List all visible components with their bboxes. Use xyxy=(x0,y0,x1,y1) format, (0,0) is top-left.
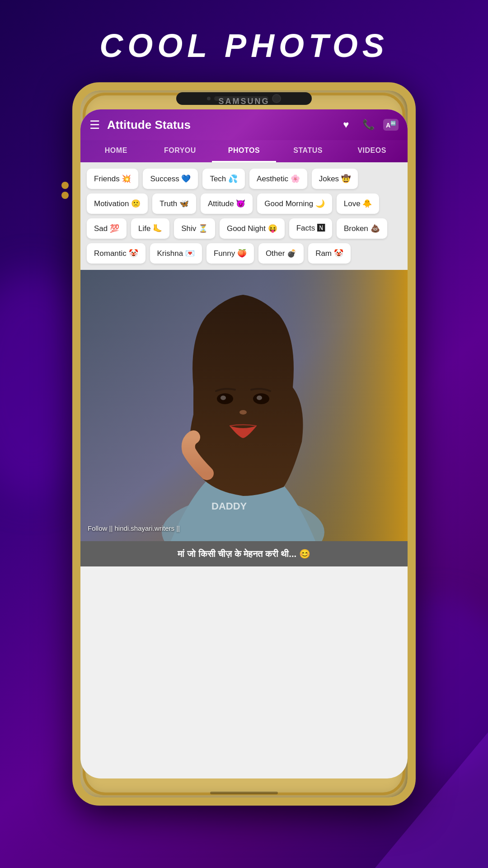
phone-home-indicator xyxy=(210,792,278,794)
photo-area: DADDY Follow || hindi.shayari.writers ||… xyxy=(80,270,408,566)
category-truth[interactable]: Truth 🦋 xyxy=(152,193,196,214)
phone-screen: ☰ Attitude Status ♥ 📞 A🔤 HOME FORYOU PHO… xyxy=(80,109,408,778)
phone-side-buttons xyxy=(61,182,69,199)
photo-caption: मां जो किसी चीज़ के मेहनत करी थी... 😊 xyxy=(80,541,408,566)
camera-dot-left xyxy=(207,97,211,100)
girl-portrait-svg: DADDY xyxy=(80,270,408,541)
tab-photos[interactable]: PHOTOS xyxy=(212,140,276,162)
category-krishna[interactable]: Krishna 💌 xyxy=(150,243,202,264)
side-button-2 xyxy=(61,192,69,199)
category-broken[interactable]: Broken 💩 xyxy=(337,218,387,239)
side-button-1 xyxy=(61,182,69,189)
svg-point-7 xyxy=(221,396,226,400)
category-shiv[interactable]: Shiv ⏳ xyxy=(174,218,215,239)
tab-status[interactable]: STATUS xyxy=(276,140,340,162)
caption-text: मां जो किसी चीज़ के मेहनत करी थी... 😊 xyxy=(178,549,310,559)
category-life[interactable]: Life 🦶 xyxy=(131,218,169,239)
page-title: COOL PHOTOS xyxy=(99,27,388,64)
category-attitude[interactable]: Attitude 😈 xyxy=(201,193,253,214)
svg-text:DADDY: DADDY xyxy=(211,500,247,512)
category-success[interactable]: Success 💙 xyxy=(143,169,198,189)
category-motivation[interactable]: Motivation 🙁 xyxy=(87,193,148,214)
translate-icon[interactable]: A🔤 xyxy=(383,119,399,131)
category-aesthetic[interactable]: Aesthetic 🌸 xyxy=(249,169,307,189)
phone-brand: SAMSUNG xyxy=(218,97,269,106)
category-love[interactable]: Love 🐥 xyxy=(337,193,380,214)
category-good-morning[interactable]: Good Morning 🌙 xyxy=(257,193,332,214)
header-icons: ♥ 📞 A🔤 xyxy=(338,117,399,133)
category-grid: Friends 💥 Success 💙 Tech 💦 Aesthetic 🌸 J… xyxy=(87,169,401,264)
heart-icon[interactable]: ♥ xyxy=(338,117,354,133)
svg-point-8 xyxy=(257,396,262,400)
app-header: ☰ Attitude Status ♥ 📞 A🔤 xyxy=(80,109,408,140)
app-title: Attitude Status xyxy=(107,118,331,132)
tab-home[interactable]: HOME xyxy=(84,140,148,162)
tab-foryou[interactable]: FORYOU xyxy=(148,140,212,162)
category-romantic[interactable]: Romantic 🤡 xyxy=(87,243,145,264)
category-sad[interactable]: Sad 💯 xyxy=(87,218,127,239)
photo-watermark: Follow || hindi.shayari.writers || xyxy=(88,524,180,532)
camera-dot-right xyxy=(272,94,281,103)
category-tech[interactable]: Tech 💦 xyxy=(202,169,245,189)
nav-tabs: HOME FORYOU PHOTOS STATUS VIDEOS xyxy=(80,140,408,162)
phone-device: SAMSUNG ☰ Attitude Status ♥ 📞 A🔤 HOME FO… xyxy=(72,82,416,806)
svg-point-9 xyxy=(239,410,247,415)
category-good-night[interactable]: Good Night 😝 xyxy=(220,218,285,239)
category-friends[interactable]: Friends 💥 xyxy=(87,169,138,189)
phone-icon[interactable]: 📞 xyxy=(361,117,377,133)
category-funny[interactable]: Funny 🍑 xyxy=(206,243,254,264)
category-jokes[interactable]: Jokes 🤠 xyxy=(312,169,358,189)
category-facts[interactable]: Facts 🅽 xyxy=(289,218,332,239)
menu-icon[interactable]: ☰ xyxy=(89,118,100,132)
category-area: Friends 💥 Success 💙 Tech 💦 Aesthetic 🌸 J… xyxy=(80,162,408,270)
category-other[interactable]: Other 💣 xyxy=(258,243,304,264)
category-ram[interactable]: Ram 🤡 xyxy=(308,243,351,264)
tab-videos[interactable]: VIDEOS xyxy=(340,140,404,162)
photo-image: DADDY Follow || hindi.shayari.writers || xyxy=(80,270,408,541)
